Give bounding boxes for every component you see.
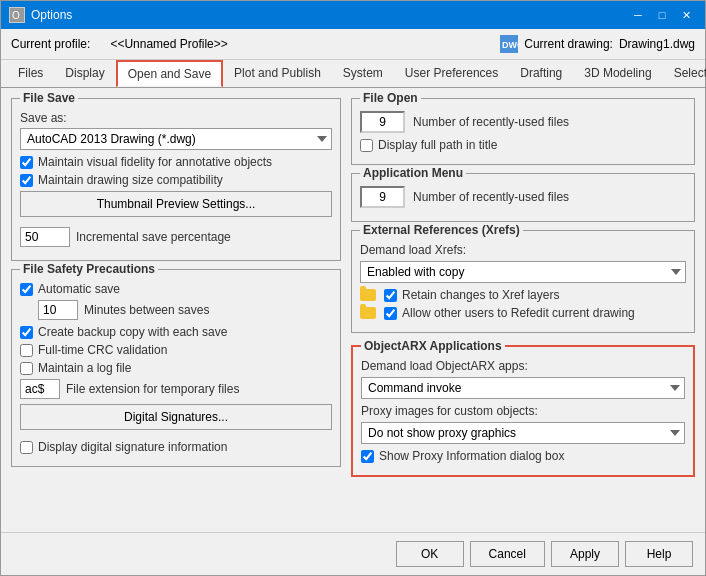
window-title: Options bbox=[31, 8, 72, 22]
demand-load-dropdown[interactable]: Enabled with copy bbox=[360, 261, 686, 283]
minutes-label: Minutes between saves bbox=[84, 303, 209, 317]
allow-others-checkbox[interactable] bbox=[384, 307, 397, 320]
save-as-row: AutoCAD 2013 Drawing (*.dwg) bbox=[20, 128, 332, 150]
app-menu-recent-label: Number of recently-used files bbox=[413, 190, 569, 204]
main-content: File Save Save as: AutoCAD 2013 Drawing … bbox=[1, 88, 705, 532]
maintain-drawing-checkbox[interactable] bbox=[20, 174, 33, 187]
retain-changes-checkbox[interactable] bbox=[384, 289, 397, 302]
file-open-group: File Open Number of recently-used files … bbox=[351, 98, 695, 165]
backup-copy-checkbox[interactable] bbox=[20, 326, 33, 339]
apply-button[interactable]: Apply bbox=[551, 541, 619, 567]
title-bar-left: O Options bbox=[9, 7, 72, 23]
display-digital-label: Display digital signature information bbox=[38, 440, 227, 454]
display-digital-checkbox[interactable] bbox=[20, 441, 33, 454]
show-proxy-checkbox[interactable] bbox=[361, 450, 374, 463]
show-proxy-label: Show Proxy Information dialog box bbox=[379, 449, 564, 463]
objectarx-demand-label: Demand load ObjectARX apps: bbox=[361, 359, 685, 373]
proxy-row: Do not show proxy graphics bbox=[361, 422, 685, 444]
log-file-label: Maintain a log file bbox=[38, 361, 131, 375]
cancel-button[interactable]: Cancel bbox=[470, 541, 545, 567]
title-bar: O Options ─ □ ✕ bbox=[1, 1, 705, 29]
right-panel: File Open Number of recently-used files … bbox=[351, 98, 695, 522]
backup-copy-label: Create backup copy with each save bbox=[38, 325, 227, 339]
auto-save-row: Automatic save bbox=[20, 282, 332, 296]
close-button[interactable]: ✕ bbox=[675, 5, 697, 25]
tab-open-save[interactable]: Open and Save bbox=[116, 60, 223, 87]
allow-others-row: Allow other users to Refedit current dra… bbox=[360, 306, 686, 320]
tab-drafting[interactable]: Drafting bbox=[509, 60, 573, 87]
auto-save-checkbox[interactable] bbox=[20, 283, 33, 296]
profile-label: Current profile: bbox=[11, 37, 90, 51]
svg-text:DWG: DWG bbox=[502, 40, 518, 50]
allow-others-label: Allow other users to Refedit current dra… bbox=[402, 306, 635, 320]
proxy-label: Proxy images for custom objects: bbox=[361, 404, 685, 418]
tab-display[interactable]: Display bbox=[54, 60, 115, 87]
demand-load-row: Enabled with copy bbox=[360, 261, 686, 283]
file-open-recent-label: Number of recently-used files bbox=[413, 115, 569, 129]
save-as-dropdown[interactable]: AutoCAD 2013 Drawing (*.dwg) bbox=[20, 128, 332, 150]
minutes-row: Minutes between saves bbox=[38, 300, 332, 320]
retain-changes-label: Retain changes to Xref layers bbox=[402, 288, 559, 302]
svg-text:O: O bbox=[12, 10, 20, 21]
xrefs-title: External References (Xrefs) bbox=[360, 223, 523, 237]
auto-save-label: Automatic save bbox=[38, 282, 120, 296]
file-ext-input[interactable] bbox=[20, 379, 60, 399]
file-open-recent-row: Number of recently-used files bbox=[360, 111, 686, 133]
objectarx-group: ObjectARX Applications Demand load Objec… bbox=[351, 345, 695, 477]
show-proxy-row: Show Proxy Information dialog box bbox=[361, 449, 685, 463]
tab-files[interactable]: Files bbox=[7, 60, 54, 87]
help-button[interactable]: Help bbox=[625, 541, 693, 567]
log-file-checkbox[interactable] bbox=[20, 362, 33, 375]
objectarx-content: Demand load ObjectARX apps: Command invo… bbox=[361, 359, 685, 463]
footer: OK Cancel Apply Help bbox=[1, 532, 705, 575]
profile-bar: Current profile: <<Unnamed Profile>> DWG… bbox=[1, 29, 705, 60]
incremental-row: Incremental save percentage bbox=[20, 227, 332, 247]
incremental-input[interactable] bbox=[20, 227, 70, 247]
options-window: O Options ─ □ ✕ Current profile: <<Unnam… bbox=[0, 0, 706, 576]
tab-user-prefs[interactable]: User Preferences bbox=[394, 60, 509, 87]
app-menu-content: Number of recently-used files bbox=[360, 186, 686, 208]
incremental-label: Incremental save percentage bbox=[76, 230, 231, 244]
digital-sig-button[interactable]: Digital Signatures... bbox=[20, 404, 332, 430]
file-ext-row: File extension for temporary files bbox=[20, 379, 332, 399]
app-menu-recent-input[interactable] bbox=[360, 186, 405, 208]
display-full-path-checkbox[interactable] bbox=[360, 139, 373, 152]
display-full-path-label: Display full path in title bbox=[378, 138, 497, 152]
current-drawing: DWG Current drawing: Drawing1.dwg bbox=[500, 35, 695, 53]
objectarx-title: ObjectARX Applications bbox=[361, 339, 505, 353]
file-open-recent-input[interactable] bbox=[360, 111, 405, 133]
tab-selection[interactable]: Selection bbox=[663, 60, 706, 87]
drawing-icon: DWG bbox=[500, 35, 518, 53]
objectarx-demand-row: Command invoke bbox=[361, 377, 685, 399]
display-full-path-row: Display full path in title bbox=[360, 138, 686, 152]
minimize-button[interactable]: ─ bbox=[627, 5, 649, 25]
backup-copy-row: Create backup copy with each save bbox=[20, 325, 332, 339]
thumbnail-preview-button[interactable]: Thumbnail Preview Settings... bbox=[20, 191, 332, 217]
tab-system[interactable]: System bbox=[332, 60, 394, 87]
app-menu-recent-row: Number of recently-used files bbox=[360, 186, 686, 208]
maximize-button[interactable]: □ bbox=[651, 5, 673, 25]
drawing-label: Current drawing: bbox=[524, 37, 613, 51]
maintain-drawing-row: Maintain drawing size compatibility bbox=[20, 173, 332, 187]
file-safety-group: File Safety Precautions Automatic save M… bbox=[11, 269, 341, 467]
maintain-visual-checkbox[interactable] bbox=[20, 156, 33, 169]
objectarx-demand-dropdown[interactable]: Command invoke bbox=[361, 377, 685, 399]
display-digital-row: Display digital signature information bbox=[20, 440, 332, 454]
tab-plot-publish[interactable]: Plot and Publish bbox=[223, 60, 332, 87]
file-save-group: File Save Save as: AutoCAD 2013 Drawing … bbox=[11, 98, 341, 261]
drawing-value: Drawing1.dwg bbox=[619, 37, 695, 51]
maintain-drawing-label: Maintain drawing size compatibility bbox=[38, 173, 223, 187]
ok-button[interactable]: OK bbox=[396, 541, 464, 567]
crc-checkbox[interactable] bbox=[20, 344, 33, 357]
demand-load-label: Demand load Xrefs: bbox=[360, 243, 686, 257]
xrefs-group: External References (Xrefs) Demand load … bbox=[351, 230, 695, 333]
log-file-row: Maintain a log file bbox=[20, 361, 332, 375]
tab-3d-modeling[interactable]: 3D Modeling bbox=[573, 60, 662, 87]
proxy-dropdown[interactable]: Do not show proxy graphics bbox=[361, 422, 685, 444]
tabs-bar: Files Display Open and Save Plot and Pub… bbox=[1, 60, 705, 88]
retain-changes-row: Retain changes to Xref layers bbox=[360, 288, 686, 302]
file-open-content: Number of recently-used files Display fu… bbox=[360, 111, 686, 152]
minutes-input[interactable] bbox=[38, 300, 78, 320]
maintain-visual-label: Maintain visual fidelity for annotative … bbox=[38, 155, 272, 169]
maintain-visual-row: Maintain visual fidelity for annotative … bbox=[20, 155, 332, 169]
